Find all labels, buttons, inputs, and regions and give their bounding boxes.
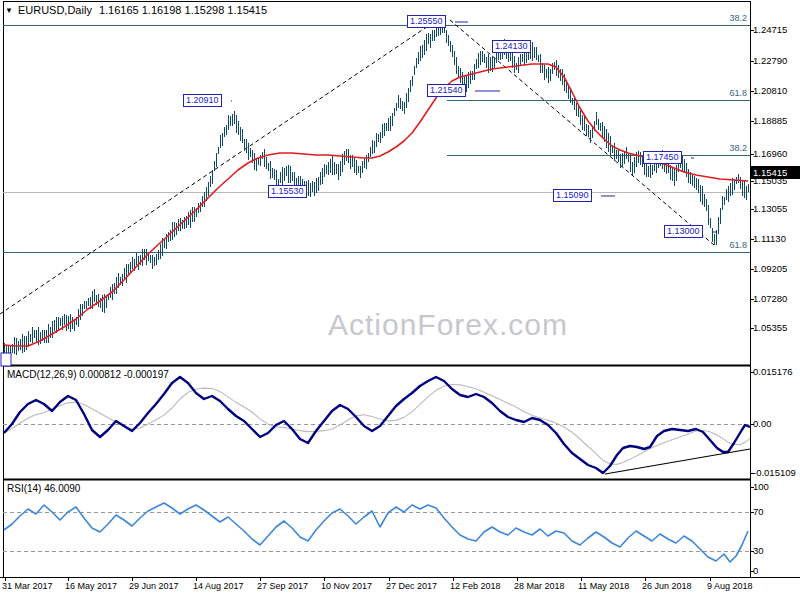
macd-trendline — [605, 449, 750, 474]
dashed-trendline — [0, 16, 443, 314]
chart-canvas[interactable] — [0, 0, 800, 600]
quote-ohlc-values: 1.16165 1.16198 1.15298 1.15415 — [99, 4, 267, 16]
dashed-trendline — [450, 20, 714, 245]
panel-separator — [3, 479, 750, 481]
chart-title: ▼EURUSD,Daily1.16165 1.16198 1.15298 1.1… — [5, 4, 267, 16]
panel-separator — [3, 365, 750, 367]
rsi-indicator-header: RSI(14) 46.0090 — [7, 483, 80, 494]
macd-indicator-header: MACD(12,26,9) 0.000812 -0.000197 — [7, 369, 169, 380]
rsi-line — [4, 503, 748, 562]
symbol-period-label: EURUSD,Daily — [18, 4, 92, 16]
clipped-label-box — [1, 353, 11, 366]
watermark: ActionForex.com — [328, 308, 568, 342]
moving-average-line — [4, 64, 748, 346]
symbol-dropdown-icon[interactable]: ▼ — [5, 6, 13, 15]
chart-window: ActionForex.com ▼EURUSD,Daily1.16165 1.1… — [0, 0, 800, 600]
